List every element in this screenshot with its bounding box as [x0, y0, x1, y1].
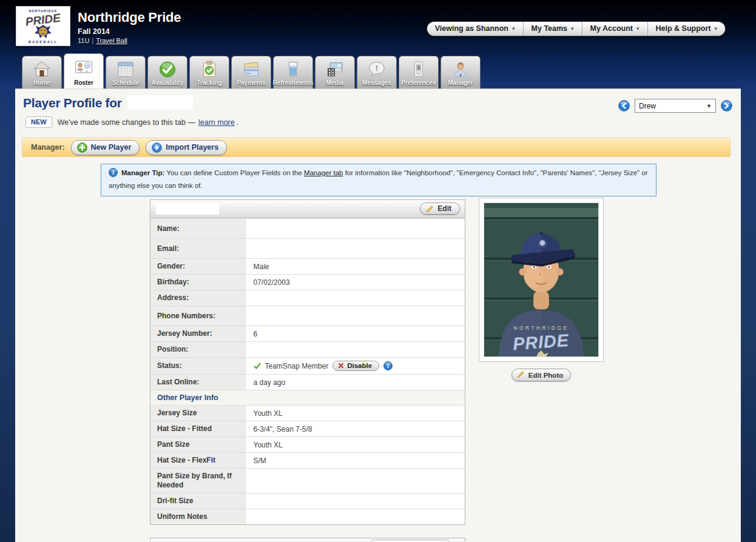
tab-label: Messages: [362, 79, 391, 86]
profile-field-label: Address:: [150, 290, 245, 306]
redacted-player-name: [156, 203, 219, 215]
tab-availability[interactable]: Availability: [147, 56, 187, 89]
tab-label: Refreshments: [273, 79, 314, 86]
caret-down-icon: ▼: [703, 103, 715, 109]
profile-field-label: Pant Size: [150, 437, 245, 453]
profile-field-value: 07/02/2003: [245, 275, 465, 290]
tab-preferences[interactable]: Preferences: [399, 56, 439, 89]
info-icon[interactable]: i: [383, 361, 393, 370]
caret-down-icon: ▾: [571, 25, 574, 32]
disable-button-label: Disable: [347, 362, 372, 369]
profile-field-label: Name:: [150, 219, 245, 239]
photo-actions: Edit Photo: [479, 369, 604, 381]
tab-home[interactable]: Home: [22, 56, 62, 89]
tab-manager[interactable]: Manager: [440, 56, 481, 89]
new-feature-notice: NEW We've made some changes to this tab …: [25, 116, 238, 128]
next-player-button[interactable]: [721, 100, 732, 112]
profile-row: Dri-fit Size: [150, 493, 465, 509]
svg-text:!: !: [376, 64, 378, 73]
profile-field-value: 6: [245, 326, 465, 342]
profile-row: Address:: [150, 290, 465, 306]
import-players-button[interactable]: Import Players: [146, 140, 227, 155]
profile-field-value: TeamSnap MemberDisablei: [245, 358, 465, 375]
manager-action-bar: Manager: New PlayerImport Players: [22, 138, 731, 157]
shirt-text-large: PRIDE: [512, 330, 570, 354]
new-notice-text: We've made some changes to this tab —: [58, 118, 195, 127]
payments-icon: [241, 59, 261, 79]
profile-card-header: Edit: [150, 200, 465, 218]
disable-button[interactable]: Disable: [332, 361, 379, 371]
tab-schedule[interactable]: Schedule: [106, 56, 146, 89]
tab-label: Payments: [237, 79, 265, 86]
page-title-text: Player Profile for: [23, 96, 122, 110]
profile-field-value: [245, 509, 465, 525]
pencil-icon: [426, 205, 434, 213]
edit-button[interactable]: Edit: [420, 202, 460, 215]
profile-field-label: Last Online:: [150, 375, 245, 390]
player-select-value: Drew: [635, 102, 703, 110]
tab-media[interactable]: Media: [315, 56, 355, 89]
learn-more-link[interactable]: learn more: [198, 118, 235, 127]
previous-player-button[interactable]: [618, 100, 630, 112]
caret-down-icon: ▾: [714, 25, 717, 32]
profile-field-label: Jersey Number:: [150, 326, 245, 342]
new-badge: NEW: [25, 116, 52, 128]
profile-field-value: Youth XL: [245, 406, 465, 421]
profile-field-value: S/M: [245, 453, 465, 469]
profile-field-label: Birthday:: [150, 275, 245, 290]
manager-buttons: New PlayerImport Players: [71, 140, 234, 155]
page-content: Player Profile for Drew ▼ NEW We've made…: [15, 89, 741, 542]
main-tabbar: Home@RosterScheduleAvailabilityTrackingP…: [22, 53, 482, 89]
schedule-icon: [116, 59, 135, 79]
account-nav: Viewing as Shannon▾My Teams▾My Account▾H…: [427, 21, 726, 36]
player-photo: NORTHRIDGE PRIDE: [484, 202, 599, 357]
pencil-icon: [517, 370, 525, 380]
manager-tab-link[interactable]: Manager tab: [304, 169, 343, 176]
nav-button-label: Help & Support: [656, 24, 711, 33]
team-name: Northridge Pride: [78, 10, 181, 25]
team-info: Northridge Pride Fall 2014 11U|Travel Ba…: [78, 10, 181, 44]
player-switcher: Drew ▼: [618, 99, 732, 113]
profile-row: Pant SizeYouth XL: [150, 437, 465, 453]
new-player-button-label: New Player: [91, 143, 132, 152]
league-link[interactable]: Travel Ball: [96, 37, 127, 44]
edit-button-label: Edit: [437, 204, 451, 213]
profile-row: Pant Size by Brand, If Needed: [150, 469, 465, 493]
x-icon: [338, 363, 344, 369]
nav-button-help-support[interactable]: Help & Support▾: [647, 22, 726, 36]
profile-row: Position:: [150, 342, 465, 358]
team-logo: NORTHRIDGE PRIDE BASEBALL: [16, 6, 70, 46]
profile-field-label: Status:: [150, 358, 245, 375]
tab-tracking[interactable]: Tracking: [189, 56, 229, 89]
profile-field-label: Phone Numbers:: [150, 306, 245, 326]
nav-button-my-teams[interactable]: My Teams▾: [523, 22, 582, 36]
tab-label: Home: [33, 79, 50, 86]
tab-refreshments[interactable]: Refreshments: [273, 56, 313, 89]
tab-roster[interactable]: @Roster: [64, 53, 104, 89]
refreshments-icon: [283, 59, 303, 79]
team-division: 11U: [78, 37, 89, 44]
svg-text:i: i: [112, 169, 114, 176]
profile-field-label: Gender:: [150, 259, 245, 275]
info-icon: i: [109, 168, 118, 181]
tab-messages[interactable]: !Messages: [357, 56, 397, 89]
divider: |: [92, 37, 93, 44]
nav-button-viewing-as[interactable]: Viewing as Shannon▾: [427, 22, 523, 36]
nav-button-my-account[interactable]: My Account▾: [582, 22, 647, 36]
player-select[interactable]: Drew ▼: [635, 99, 716, 113]
messages-icon: !: [367, 59, 386, 79]
manager-tip: iManager Tip: You can define Custom Play…: [101, 164, 656, 196]
profile-field-label: Position:: [150, 342, 245, 358]
tab-label: Tracking: [197, 79, 221, 86]
tab-payments[interactable]: Payments: [231, 56, 271, 89]
svg-text:@: @: [85, 63, 90, 69]
profile-row: Gender:Male: [150, 259, 465, 275]
profile-field-value: a day ago: [245, 375, 465, 390]
import-players-button-label: Import Players: [166, 143, 218, 152]
edit-photo-button[interactable]: Edit Photo: [511, 369, 572, 381]
tab-label: Media: [326, 79, 343, 86]
profile-row: Hat Size - Fitted6-3/4", Sean 7-5/8: [150, 421, 465, 437]
arrow-left-icon: [618, 100, 630, 112]
new-player-button[interactable]: New Player: [71, 140, 140, 155]
profile-field-value: [245, 219, 465, 239]
